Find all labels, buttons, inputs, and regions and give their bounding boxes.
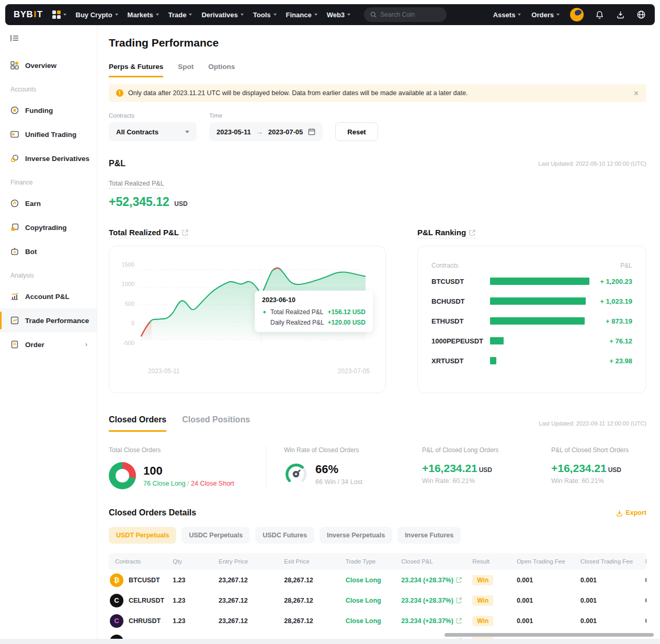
tab-perps-futures[interactable]: Perps & Futures (109, 63, 163, 77)
chart-tooltip: 2023-06-10 ✦ Total Realized P&L +156.12 … (255, 291, 373, 332)
logo-text-2: T (37, 9, 43, 20)
search-input[interactable] (380, 11, 438, 18)
pnl-heading: P&L (109, 159, 126, 168)
inverse-derivatives-icon (10, 154, 19, 163)
horizontal-scrollbar-track[interactable] (0, 639, 660, 644)
sidebar-item-unified-trading[interactable]: Unified Trading (0, 122, 97, 146)
date-arrow: → (256, 128, 263, 136)
filters-row: Contracts All Contracts Time 2023-05-11 … (109, 112, 646, 141)
external-link-icon[interactable] (182, 229, 188, 236)
tab-closed-orders[interactable]: Closed Orders (109, 415, 166, 432)
sidebar-collapse-button[interactable] (10, 34, 97, 44)
contract-type-chips: USDT Perpetuals USDC Perpetuals USDC Fut… (109, 527, 646, 544)
caret-down-icon (274, 14, 277, 16)
tooltip-date: 2023-06-10 (262, 296, 366, 304)
horizontal-scrollbar-thumb[interactable] (445, 633, 654, 637)
overview-icon (10, 61, 19, 70)
nav-finance[interactable]: Finance (286, 11, 317, 19)
export-button[interactable]: Export (616, 509, 646, 516)
external-link-icon[interactable] (456, 577, 462, 583)
user-avatar[interactable] (570, 8, 584, 21)
orders-menu[interactable]: Orders (531, 11, 560, 19)
sidebar-section-finance: Finance (0, 170, 97, 191)
closed-orders-table: Contracts Qty Entry Price Exit Price Tra… (109, 553, 646, 644)
sidebar-section-accounts: Accounts (0, 77, 97, 98)
table-row: CCHRUSDT 1.23 23,267.12 28,267.12 Close … (109, 611, 646, 631)
chip-usdt-perpetuals[interactable]: USDT Perpetuals (109, 527, 176, 544)
table-header-row: Contracts Qty Entry Price Exit Price Tra… (109, 553, 646, 570)
external-link-icon[interactable] (456, 618, 462, 624)
bybit-logo[interactable]: BYBIT (14, 9, 43, 20)
download-app-button[interactable] (615, 9, 625, 20)
total-realized-pnl-label: Total Realized P&L (109, 180, 164, 189)
sidebar-item-inverse-derivatives[interactable]: Inverse Derivatives (0, 146, 97, 170)
account-pnl-icon (10, 292, 19, 301)
ranking-row: BCHUSDT + 1,023.19 (431, 291, 632, 311)
realized-pnl-chart[interactable]: 1500 1000 500 0 -500 (109, 246, 386, 393)
export-icon (616, 510, 623, 516)
apps-menu-button[interactable] (52, 10, 66, 19)
nav-buy-crypto[interactable]: Buy Crypto (76, 11, 118, 19)
total-realized-pnl-value: +52,345.12 (109, 195, 169, 209)
stat-total-close-orders: Total Close Orders 100 76 Close Long / 2… (109, 446, 266, 489)
nav-markets[interactable]: Markets (128, 11, 159, 19)
win-rate-gauge (284, 462, 308, 486)
series-marker-icon: ✦ (262, 309, 270, 316)
ranking-bar (490, 317, 585, 325)
y-axis-labels: 1500 1000 500 0 -500 (117, 260, 138, 359)
assets-menu[interactable]: Assets (493, 11, 521, 19)
caret-down-icon (241, 14, 244, 16)
time-filter-label: Time (209, 112, 323, 119)
ranking-row: XRTUSDT + 23.98 (431, 351, 632, 371)
sidebar-item-copytrading[interactable]: Copytrading (0, 215, 97, 239)
nav-web3[interactable]: Web3 (327, 11, 350, 19)
realized-chart-title: Total Realized P&L (109, 228, 188, 238)
caret-down-icon (63, 14, 66, 16)
notice-banner: ! Only data after 2023.11.21 UTC will be… (109, 84, 646, 102)
chevron-right-icon: › (85, 341, 87, 348)
ranking-bar (490, 337, 504, 344)
celr-coin-icon: C (110, 594, 123, 607)
currency-label: USD (174, 200, 187, 208)
copytrading-icon (10, 223, 19, 232)
sidebar-item-funding[interactable]: Funding (0, 98, 97, 122)
chip-inverse-perpetuals[interactable]: Inverse Perpetuals (320, 527, 392, 544)
sidebar-item-overview[interactable]: Overview (0, 53, 97, 77)
top-navbar: BYBIT Buy Crypto Markets Trade Derivativ… (5, 4, 655, 25)
nav-tools[interactable]: Tools (253, 11, 277, 19)
banner-close-icon[interactable]: ✕ (633, 89, 639, 97)
caret-down-icon (156, 14, 159, 16)
coin-search[interactable] (364, 7, 447, 22)
closed-last-updated: Last Updated: 2022-09-11 12:00:00 (UTC) (539, 420, 646, 427)
date-range-picker[interactable]: 2023-05-11 → 2023-07-05 (209, 122, 323, 141)
details-heading: Closed Orders Details (109, 508, 196, 518)
sidebar-item-bot[interactable]: Bot (0, 239, 97, 263)
contracts-dropdown[interactable]: All Contracts (109, 122, 197, 141)
product-tabs: Perps & Futures Spot Options (109, 63, 646, 78)
tab-options[interactable]: Options (208, 63, 235, 77)
caret-down-icon (518, 14, 521, 16)
result-badge: Win (472, 595, 493, 606)
chip-inverse-futures[interactable]: Inverse Futures (397, 527, 461, 544)
sidebar-item-earn[interactable]: Earn (0, 191, 97, 215)
notifications-button[interactable] (594, 9, 605, 20)
tab-spot[interactable]: Spot (178, 63, 194, 77)
sidebar-item-trade-performance[interactable]: Trade Performance (0, 308, 97, 332)
caret-down-icon (185, 131, 189, 133)
bot-icon (10, 247, 19, 256)
chip-usdc-perpetuals[interactable]: USDC Perpetuals (181, 527, 250, 544)
reset-button[interactable]: Reset (335, 122, 378, 141)
sidebar-item-order[interactable]: Order › (0, 332, 97, 356)
download-icon (616, 10, 625, 19)
language-button[interactable] (636, 9, 646, 20)
chip-usdc-futures[interactable]: USDC Futures (255, 527, 314, 544)
sidebar-item-account-pnl[interactable]: Account P&L (0, 284, 97, 308)
ranking-row: 1000PEPEUSDT + 76.12 (431, 331, 632, 351)
external-link-icon[interactable] (469, 229, 475, 236)
pnl-ranking-chart: Contracts P&L BTCUSDT + 1,200.23 BCHUSDT… (417, 246, 646, 393)
nav-trade[interactable]: Trade (168, 11, 192, 19)
ranking-title: P&L Ranking (417, 228, 475, 238)
external-link-icon[interactable] (456, 597, 462, 603)
nav-derivatives[interactable]: Derivatives (201, 11, 243, 19)
tab-closed-positions[interactable]: Closed Positions (182, 415, 250, 432)
